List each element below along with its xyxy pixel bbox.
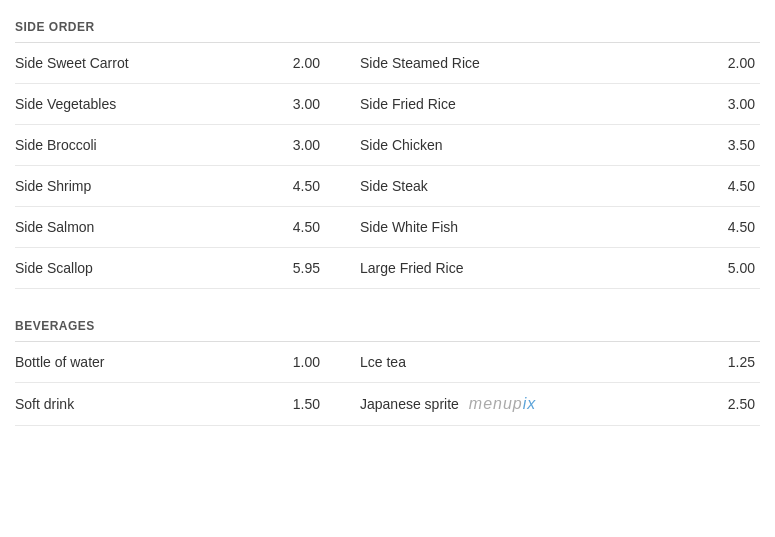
menu-row: Side Salmon4.50Side White Fish4.50	[15, 207, 760, 248]
menupix-logo: menupix	[469, 395, 536, 413]
item-right-name: Large Fried Rice	[350, 260, 590, 276]
item-left-name: Side Vegetables	[15, 96, 275, 112]
item-right-price: 2.50	[590, 396, 760, 412]
item-left-price: 1.50	[275, 396, 350, 412]
item-right-price: 4.50	[590, 219, 760, 235]
item-right-price: 1.25	[590, 354, 760, 370]
item-left-name: Side Scallop	[15, 260, 275, 276]
item-left-name: Side Broccoli	[15, 137, 275, 153]
item-right-name: Side Chicken	[350, 137, 590, 153]
item-right-price: 4.50	[590, 178, 760, 194]
item-left-price: 5.95	[275, 260, 350, 276]
item-left-price: 3.00	[275, 137, 350, 153]
item-right-name: Side Steak	[350, 178, 590, 194]
menu-row: Side Scallop5.95Large Fried Rice5.00	[15, 248, 760, 289]
item-left-price: 3.00	[275, 96, 350, 112]
item-left-price: 1.00	[275, 354, 350, 370]
menu-row: Side Broccoli3.00Side Chicken3.50	[15, 125, 760, 166]
item-left-price: 2.00	[275, 55, 350, 71]
item-right-name: Side Steamed Rice	[350, 55, 590, 71]
item-right-name: Lce tea	[350, 354, 590, 370]
item-right-name: Japanese spritemenupix	[350, 395, 590, 413]
item-right-price: 2.00	[590, 55, 760, 71]
item-right-price: 3.00	[590, 96, 760, 112]
item-left-price: 4.50	[275, 219, 350, 235]
menu-container: SIDE ORDERSide Sweet Carrot2.00Side Stea…	[0, 0, 775, 436]
item-left-price: 4.50	[275, 178, 350, 194]
item-left-name: Bottle of water	[15, 354, 275, 370]
menu-row: Bottle of water1.00Lce tea1.25	[15, 342, 760, 383]
section-header-side-order: SIDE ORDER	[15, 10, 760, 43]
item-left-name: Side Shrimp	[15, 178, 275, 194]
item-right-price: 5.00	[590, 260, 760, 276]
menu-row: Side Sweet Carrot2.00Side Steamed Rice2.…	[15, 43, 760, 84]
item-left-name: Side Salmon	[15, 219, 275, 235]
section-header-beverages: BEVERAGES	[15, 309, 760, 342]
menu-row: Soft drink1.50Japanese spritemenupix2.50	[15, 383, 760, 426]
menu-row: Side Vegetables3.00Side Fried Rice3.00	[15, 84, 760, 125]
item-left-name: Side Sweet Carrot	[15, 55, 275, 71]
item-left-name: Soft drink	[15, 396, 275, 412]
item-right-name: Side White Fish	[350, 219, 590, 235]
menu-row: Side Shrimp4.50Side Steak4.50	[15, 166, 760, 207]
item-right-price: 3.50	[590, 137, 760, 153]
item-right-name: Side Fried Rice	[350, 96, 590, 112]
